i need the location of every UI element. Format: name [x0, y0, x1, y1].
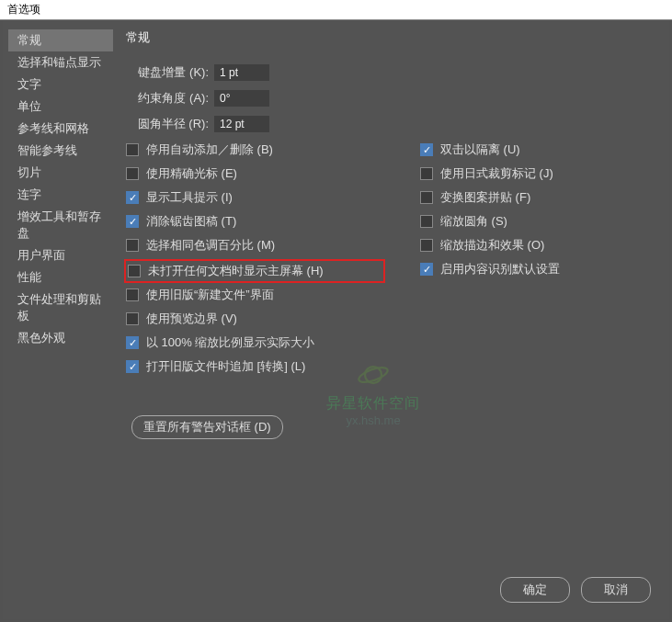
constrain-angle-input[interactable]: [214, 90, 269, 107]
field-label: 圆角半径 (R):: [126, 116, 214, 132]
sidebar-item[interactable]: 单位: [8, 96, 113, 118]
checkbox-row[interactable]: 使用预览边界 (V): [126, 311, 383, 327]
dialog-footer: 确定 取消: [3, 564, 669, 619]
field-label: 约束角度 (A):: [126, 90, 214, 107]
left-column: 停用自动添加／删除 (B)使用精确光标 (E)显示工具提示 (I)消除锯齿图稿 …: [126, 141, 383, 382]
sidebar-item[interactable]: 增效工具和暂存盘: [8, 206, 113, 244]
sidebar-item[interactable]: 选择和锚点显示: [8, 51, 113, 74]
window-title: 首选项: [0, 0, 672, 20]
checkbox-label: 显示工具提示 (I): [146, 189, 233, 206]
checkbox-row[interactable]: 停用自动添加／删除 (B): [126, 141, 383, 158]
checkbox-row[interactable]: 使用旧版“新建文件”界面: [126, 287, 383, 303]
checkbox-icon[interactable]: [126, 167, 139, 180]
checkbox-row[interactable]: 双击以隔离 (U): [420, 141, 651, 158]
ok-button[interactable]: 确定: [500, 577, 570, 603]
sidebar-item[interactable]: 文件处理和剪贴板: [8, 288, 113, 327]
checkbox-label: 使用预览边界 (V): [146, 311, 237, 327]
sidebar: 常规选择和锚点显示文字单位参考线和网格智能参考线切片连字增效工具和暂存盘用户界面…: [3, 29, 113, 564]
checkbox-row[interactable]: 启用内容识别默认设置: [420, 261, 651, 277]
field-constrain-angle: 约束角度 (A):: [126, 90, 651, 107]
reset-row: 重置所有警告对话框 (D): [131, 415, 651, 439]
sidebar-item[interactable]: 切片: [8, 162, 113, 184]
checkbox-row[interactable]: 打开旧版文件时追加 [转换] (L): [126, 358, 383, 375]
checkbox-icon[interactable]: [420, 143, 433, 156]
checkbox-label: 使用旧版“新建文件”界面: [146, 287, 274, 303]
checkbox-row[interactable]: 使用日式裁剪标记 (J): [420, 165, 651, 182]
checkbox-label: 选择相同色调百分比 (M): [146, 237, 275, 254]
field-corner-radius: 圆角半径 (R):: [126, 116, 651, 132]
sidebar-item[interactable]: 性能: [8, 266, 113, 288]
sidebar-item[interactable]: 智能参考线: [8, 140, 113, 162]
checkbox-label: 消除锯齿图稿 (T): [146, 213, 236, 230]
checkbox-row[interactable]: 选择相同色调百分比 (M): [126, 237, 383, 254]
checkbox-icon[interactable]: [420, 215, 433, 228]
checkbox-label: 使用精确光标 (E): [146, 165, 237, 182]
field-label: 键盘增量 (K):: [126, 64, 214, 81]
checkbox-icon[interactable]: [126, 360, 139, 373]
checkbox-label: 以 100% 缩放比例显示实际大小: [146, 334, 314, 351]
checkbox-label: 打开旧版文件时追加 [转换] (L): [146, 358, 305, 375]
checkbox-label: 使用日式裁剪标记 (J): [440, 165, 553, 182]
page-title: 常规: [126, 29, 651, 46]
sidebar-item[interactable]: 常规: [8, 29, 113, 51]
checkbox-row[interactable]: 使用精确光标 (E): [126, 165, 383, 182]
checkbox-icon[interactable]: [126, 143, 139, 156]
field-keyboard-increment: 键盘增量 (K):: [126, 64, 651, 81]
checkbox-icon[interactable]: [126, 288, 139, 301]
checkbox-row[interactable]: 缩放圆角 (S): [420, 213, 651, 230]
checkbox-row[interactable]: 未打开任何文档时显示主屏幕 (H): [124, 259, 385, 283]
sidebar-item[interactable]: 文字: [8, 74, 113, 96]
checkbox-icon[interactable]: [420, 191, 433, 204]
sidebar-item[interactable]: 连字: [8, 184, 113, 206]
checkbox-icon[interactable]: [420, 263, 433, 276]
reset-warnings-button[interactable]: 重置所有警告对话框 (D): [131, 415, 283, 439]
right-column: 双击以隔离 (U)使用日式裁剪标记 (J)变换图案拼贴 (F)缩放圆角 (S)缩…: [420, 141, 651, 382]
sidebar-item[interactable]: 黑色外观: [8, 327, 113, 349]
checkbox-row[interactable]: 以 100% 缩放比例显示实际大小: [126, 334, 383, 351]
checkbox-label: 启用内容识别默认设置: [440, 261, 560, 277]
checkbox-label: 变换图案拼贴 (F): [440, 189, 530, 206]
checkbox-row[interactable]: 变换图案拼贴 (F): [420, 189, 651, 206]
checkbox-icon[interactable]: [126, 312, 139, 325]
checkbox-icon[interactable]: [126, 336, 139, 349]
checkbox-icon[interactable]: [420, 239, 433, 252]
corner-radius-input[interactable]: [214, 116, 269, 132]
checkbox-label: 未打开任何文档时显示主屏幕 (H): [148, 263, 324, 279]
checkbox-icon[interactable]: [126, 239, 139, 252]
main-area: 常规选择和锚点显示文字单位参考线和网格智能参考线切片连字增效工具和暂存盘用户界面…: [3, 20, 669, 564]
checkbox-label: 缩放圆角 (S): [440, 213, 507, 230]
sidebar-item[interactable]: 参考线和网格: [8, 118, 113, 140]
checkbox-label: 双击以隔离 (U): [440, 141, 520, 158]
sidebar-item[interactable]: 用户界面: [8, 244, 113, 266]
cancel-button[interactable]: 取消: [581, 577, 651, 603]
checkbox-icon[interactable]: [126, 191, 139, 204]
checkbox-row[interactable]: 缩放描边和效果 (O): [420, 237, 651, 254]
checkbox-row[interactable]: 消除锯齿图稿 (T): [126, 213, 383, 230]
checkbox-icon[interactable]: [128, 265, 141, 277]
checkbox-label: 缩放描边和效果 (O): [440, 237, 544, 254]
checkbox-row[interactable]: 显示工具提示 (I): [126, 189, 383, 206]
checkbox-columns: 停用自动添加／删除 (B)使用精确光标 (E)显示工具提示 (I)消除锯齿图稿 …: [126, 141, 651, 382]
content-pane: 常规 键盘增量 (K): 约束角度 (A): 圆角半径 (R): 停用自动添加／…: [113, 29, 669, 564]
checkbox-icon[interactable]: [420, 167, 433, 180]
checkbox-label: 停用自动添加／删除 (B): [146, 141, 273, 158]
preferences-dialog: 常规选择和锚点显示文字单位参考线和网格智能参考线切片连字增效工具和暂存盘用户界面…: [3, 20, 669, 619]
checkbox-icon[interactable]: [126, 215, 139, 228]
keyboard-increment-input[interactable]: [214, 64, 269, 81]
